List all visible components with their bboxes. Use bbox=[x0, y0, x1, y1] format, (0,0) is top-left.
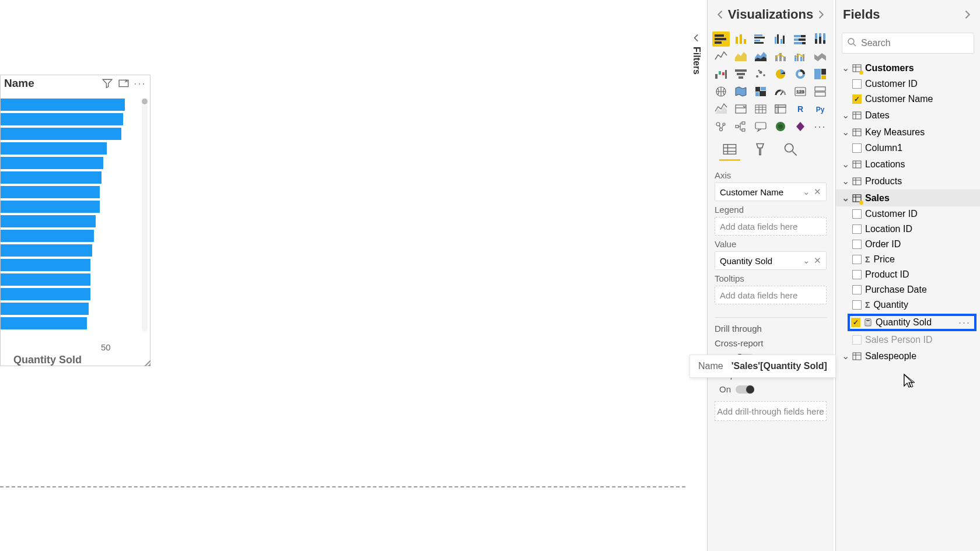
field-customers-name[interactable]: Customer Name bbox=[836, 92, 980, 107]
kpi-icon[interactable] bbox=[712, 101, 730, 117]
bar-chart-visual[interactable]: Name ··· bbox=[0, 75, 150, 366]
line-stacked-column-chart-icon[interactable] bbox=[772, 49, 789, 64]
table-icon[interactable] bbox=[752, 101, 769, 117]
bar[interactable] bbox=[1, 201, 100, 213]
area-chart-icon[interactable] bbox=[732, 49, 750, 64]
bar[interactable] bbox=[1, 128, 121, 140]
axis-well[interactable]: Customer Name ⌄ ✕ bbox=[715, 183, 827, 201]
stacked-bar-100-chart-icon[interactable] bbox=[792, 31, 809, 47]
stacked-area-chart-icon[interactable] bbox=[752, 49, 769, 64]
bar[interactable] bbox=[1, 142, 107, 155]
collapse-viz-icon[interactable] bbox=[715, 9, 726, 20]
checkbox[interactable] bbox=[852, 300, 862, 310]
key-influencers-icon[interactable] bbox=[712, 119, 730, 134]
checkbox[interactable] bbox=[852, 335, 862, 345]
bar[interactable] bbox=[1, 244, 92, 257]
stacked-column-chart-icon[interactable] bbox=[732, 31, 750, 47]
field-sales-quantitysold[interactable]: Quantity Sold ··· bbox=[848, 314, 977, 331]
table-products[interactable]: ⌄ Products bbox=[836, 173, 980, 189]
scrollbar-thumb[interactable] bbox=[142, 99, 148, 104]
checkbox[interactable] bbox=[852, 285, 862, 294]
bar[interactable] bbox=[1, 113, 123, 125]
arcgis-map-icon[interactable] bbox=[772, 119, 789, 134]
fields-search[interactable] bbox=[842, 33, 974, 54]
decomposition-tree-icon[interactable] bbox=[732, 119, 750, 134]
filled-map-icon[interactable] bbox=[732, 84, 750, 99]
bar[interactable] bbox=[1, 157, 103, 169]
more-options-icon[interactable]: ··· bbox=[135, 78, 145, 89]
format-tab-icon[interactable] bbox=[752, 141, 768, 157]
funnel-chart-icon[interactable] bbox=[732, 66, 750, 82]
filter-icon[interactable] bbox=[102, 78, 113, 89]
slicer-icon[interactable] bbox=[732, 101, 750, 117]
expand-fields-icon[interactable] bbox=[961, 9, 973, 20]
search-input[interactable] bbox=[861, 38, 978, 48]
field-more-icon[interactable]: ··· bbox=[958, 317, 971, 329]
drillthrough-well[interactable]: Add drill-through fields here bbox=[715, 401, 827, 421]
field-sales-price[interactable]: Σ Price bbox=[836, 252, 980, 267]
value-well[interactable]: Quantity Sold ⌄ ✕ bbox=[715, 251, 827, 270]
card-icon[interactable]: 123 bbox=[792, 84, 809, 99]
checkbox[interactable] bbox=[852, 255, 862, 264]
clustered-column-chart-icon[interactable] bbox=[772, 31, 789, 47]
table-keymeasures[interactable]: ⌄ Key Measures bbox=[836, 124, 980, 141]
map-icon[interactable] bbox=[712, 84, 730, 99]
treemap-chart-icon[interactable] bbox=[811, 66, 829, 82]
table-customers[interactable]: ⌄ Customers bbox=[836, 59, 980, 76]
shape-map-icon[interactable] bbox=[752, 84, 769, 99]
tooltips-well[interactable]: Add data fields here bbox=[715, 286, 827, 304]
table-dates[interactable]: ⌄ Dates bbox=[836, 107, 980, 124]
expand-viz-icon[interactable] bbox=[815, 9, 827, 20]
expand-filters-icon[interactable] bbox=[691, 33, 702, 43]
bar[interactable] bbox=[1, 215, 96, 227]
donut-chart-icon[interactable] bbox=[792, 66, 809, 82]
matrix-icon[interactable] bbox=[772, 101, 789, 117]
keep-filters-toggle[interactable] bbox=[736, 385, 754, 394]
bar[interactable] bbox=[1, 230, 94, 242]
field-sales-quantity[interactable]: Σ Quantity bbox=[836, 297, 980, 313]
scatter-chart-icon[interactable] bbox=[752, 66, 769, 82]
bar[interactable] bbox=[1, 99, 125, 111]
qa-visual-icon[interactable] bbox=[752, 119, 769, 134]
pie-chart-icon[interactable] bbox=[772, 66, 789, 82]
chevron-down-icon[interactable]: ⌄ bbox=[803, 187, 810, 197]
bar[interactable] bbox=[1, 259, 90, 271]
python-visual-icon[interactable]: Py bbox=[811, 101, 829, 117]
stacked-bar-chart-icon[interactable] bbox=[712, 31, 730, 47]
bar[interactable] bbox=[1, 317, 87, 329]
powerapps-visual-icon[interactable] bbox=[792, 119, 809, 134]
table-sales[interactable]: ⌄ Sales bbox=[836, 189, 980, 206]
remove-field-icon[interactable]: ✕ bbox=[814, 255, 821, 266]
field-sales-productid[interactable]: Product ID bbox=[836, 267, 980, 282]
field-sales-orderid[interactable]: Order ID bbox=[836, 237, 980, 252]
table-salespeople[interactable]: ⌄ Salespeople bbox=[836, 348, 980, 364]
focus-mode-icon[interactable] bbox=[118, 78, 129, 89]
filters-pane-label[interactable]: Filters bbox=[691, 47, 702, 75]
ribbon-chart-icon[interactable] bbox=[811, 49, 829, 64]
line-chart-icon[interactable] bbox=[712, 49, 730, 64]
waterfall-chart-icon[interactable] bbox=[712, 66, 730, 82]
checkbox[interactable] bbox=[852, 270, 862, 279]
stacked-column-100-chart-icon[interactable] bbox=[811, 31, 829, 47]
report-canvas[interactable]: Name ··· bbox=[0, 0, 685, 551]
checkbox[interactable] bbox=[852, 143, 862, 153]
field-sales-salespersonid[interactable]: Sales Person ID bbox=[836, 332, 980, 348]
field-customers-id[interactable]: Customer ID bbox=[836, 76, 980, 92]
checkbox[interactable] bbox=[852, 240, 862, 249]
chevron-down-icon[interactable]: ⌄ bbox=[803, 255, 810, 266]
line-clustered-column-chart-icon[interactable] bbox=[792, 49, 809, 64]
bar[interactable] bbox=[1, 288, 90, 300]
multi-row-card-icon[interactable] bbox=[811, 84, 829, 99]
bar[interactable] bbox=[1, 186, 100, 198]
r-visual-icon[interactable]: R bbox=[792, 101, 809, 117]
checkbox[interactable] bbox=[852, 94, 862, 104]
gauge-chart-icon[interactable] bbox=[772, 84, 789, 99]
field-keymeasures-col1[interactable]: Column1 bbox=[836, 141, 980, 156]
checkbox[interactable] bbox=[852, 209, 862, 219]
checkbox[interactable] bbox=[852, 224, 862, 234]
bar[interactable] bbox=[1, 273, 90, 286]
clustered-bar-chart-icon[interactable] bbox=[752, 31, 769, 47]
analytics-tab-icon[interactable] bbox=[782, 141, 799, 157]
fields-tab-icon[interactable] bbox=[722, 141, 738, 157]
table-locations[interactable]: ⌄ Locations bbox=[836, 156, 980, 173]
